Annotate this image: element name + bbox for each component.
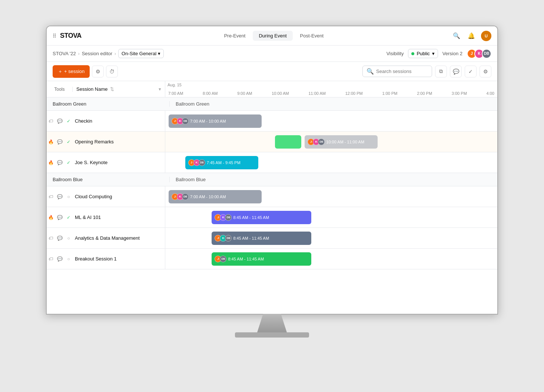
session-timeline-checkin: J K DB 7:00 AM - 10:00 AM: [165, 111, 497, 131]
block-avatar-or-db: DB: [318, 139, 325, 145]
search-sessions-input[interactable]: [376, 69, 428, 74]
section-label-ballroom-blue-right: Ballroom Blue: [170, 177, 206, 182]
row-tools-cloud: 🏷 💬 ○: [47, 193, 73, 200]
chat-icon-keynote[interactable]: 💬: [56, 159, 63, 166]
session-block-keynote[interactable]: J K DB 7:45 AM - 9:45 PM: [185, 156, 258, 169]
filter-button[interactable]: ⚙: [92, 66, 104, 77]
breadcrumb-session-editor[interactable]: Session editor: [82, 51, 112, 56]
copy-button[interactable]: ⧉: [435, 66, 447, 77]
breadcrumb-home[interactable]: STOVA '22: [53, 51, 76, 56]
session-block-cloud[interactable]: J K DB 7:00 AM - 10:00 AM: [169, 190, 262, 203]
session-row-left-opening-remarks: 🔥 💬 ✓ Opening Remarks: [47, 132, 165, 152]
flag-icon-cloud[interactable]: 🏷: [47, 193, 54, 200]
breadcrumb-sep-2: ›: [115, 51, 116, 56]
settings-button[interactable]: ⚙: [480, 66, 491, 77]
date-label: Aug. 15: [167, 83, 182, 87]
session-row-cloud-computing: 🏷 💬 ○ Cloud Computing: [47, 186, 497, 207]
block-time-analytics: 8:45 AM - 11:45 AM: [233, 236, 269, 240]
section-label-ballroom-blue: Ballroom Blue: [51, 177, 170, 182]
row-tools-breakout: 🏷 💬 ○: [47, 255, 73, 263]
session-row-left-analytics: 🏷 💬 ○ Analytics & Data Management: [47, 228, 165, 248]
time-10am: 10:00 AM: [272, 91, 289, 96]
timeline-keynote: J K DB 7:45 AM - 9:45 PM: [165, 152, 497, 173]
session-block-ml[interactable]: J K DB 8:45 AM - 11:45 AM: [212, 211, 311, 224]
user-avatar[interactable]: U: [481, 31, 491, 41]
chat-icon-breakout[interactable]: 💬: [56, 255, 63, 263]
session-row-breakout: 🏷 💬 ○ Breakout Session 1: [47, 249, 497, 269]
time-2pm: 2:00 PM: [417, 91, 432, 96]
session-block-checkin[interactable]: J K DB 7:00 AM - 10:00 AM: [169, 114, 262, 128]
search-sessions-box[interactable]: 🔍: [362, 66, 432, 77]
tab-pre-event[interactable]: Pre-Event: [218, 31, 252, 41]
location-dropdown[interactable]: On-Site General ▾: [118, 49, 164, 58]
session-name-column-header[interactable]: Session Name ⇅ ▾: [73, 86, 165, 92]
search-icon-btn[interactable]: 🔍: [451, 31, 462, 41]
toolbar-right: 🔍 ⧉ 💬 ✓ ⚙: [362, 66, 491, 77]
timeline-ml: J K DB 8:45 AM - 11:45 AM: [165, 207, 497, 227]
row-tools-analytics: 🏷 💬 ○: [47, 235, 73, 242]
visibility-label: Visibility: [387, 51, 404, 56]
time-8am: 8:00 AM: [203, 91, 218, 96]
session-row-opening-remarks: 🔥 💬 ✓ Opening Remarks: [47, 132, 497, 152]
chat-icon-opening-remarks[interactable]: 💬: [56, 138, 63, 146]
session-block-green-box[interactable]: [275, 135, 302, 149]
grid-timeline-header: Aug. 15 7:00 AM 8:00 AM 9:00 AM 10:00 AM…: [165, 81, 497, 97]
sort-icon: ⇅: [110, 86, 114, 92]
chevron-down-icon: ▾: [158, 51, 160, 56]
check-icon-analytics[interactable]: ○: [65, 235, 72, 242]
chat-icon-cloud[interactable]: 💬: [56, 193, 63, 200]
block-avatar-an-db: DB: [225, 235, 232, 242]
timeline-cloud: J K DB 7:00 AM - 10:00 AM: [165, 186, 497, 207]
session-block-breakout[interactable]: J DB 8:45 AM - 11:45 AM: [212, 252, 311, 266]
chat-icon-ml[interactable]: 💬: [56, 214, 63, 221]
session-row-left-keynote: 🔥 💬 ✓ Joe S. Keynote: [47, 152, 165, 173]
timeline-analytics: J K DB 8:45 AM - 11:45 AM: [165, 228, 497, 248]
breadcrumb-bar: STOVA '22 › Session editor › On-Site Gen…: [47, 46, 497, 62]
flag-icon-ml[interactable]: 🔥: [47, 214, 54, 221]
visibility-dropdown[interactable]: Public ▾: [408, 49, 438, 58]
avatar-3: DB: [482, 49, 491, 59]
main-content: Tools Session Name ⇅ ▾ Aug. 15 7: [47, 81, 497, 314]
chat-icon-analytics[interactable]: 💬: [56, 235, 63, 242]
session-timeline-cloud: J K DB 7:00 AM - 10:00 AM: [165, 186, 497, 207]
session-row-keynote: 🔥 💬 ✓ Joe S. Keynote: [47, 152, 497, 173]
check-icon-breakout[interactable]: ○: [65, 255, 72, 263]
check-icon-ml[interactable]: ✓: [65, 214, 72, 221]
block-time-ml: 8:45 AM - 11:45 AM: [233, 215, 269, 220]
session-block-opening-remarks[interactable]: J K DB 10:00 AM - 11:00 AM: [305, 135, 378, 149]
session-block-analytics[interactable]: J K DB 8:45 AM - 11:45 AM: [212, 232, 311, 245]
session-row-analytics: 🏷 💬 ○ Analytics & Data Management: [47, 228, 497, 249]
block-avatar-br-db: DB: [220, 256, 226, 262]
grid-body: Ballroom Green Ballroom Green 🏷 💬 ✓: [47, 97, 497, 314]
check-icon-checkin[interactable]: ✓: [65, 117, 72, 125]
filter-icon[interactable]: ▾: [159, 86, 161, 92]
flag-icon-keynote[interactable]: 🔥: [47, 159, 54, 166]
flag-icon-breakout[interactable]: 🏷: [47, 255, 54, 263]
session-row-left-ml: 🔥 💬 ✓ ML & AI 101: [47, 207, 165, 227]
logo: STOVA: [60, 32, 82, 40]
flag-icon-checkin[interactable]: 🏷: [47, 117, 54, 125]
session-timeline-ml: J K DB 8:45 AM - 11:45 AM: [165, 207, 497, 227]
row-tools-checkin: 🏷 💬 ✓: [47, 117, 73, 125]
check-icon-cloud[interactable]: ○: [65, 193, 72, 200]
version-label: Version 2: [442, 51, 462, 56]
check-icon-opening-remarks[interactable]: ✓: [65, 138, 72, 146]
flag-icon-opening-remarks[interactable]: 🔥: [47, 138, 54, 146]
block-time-cloud: 7:00 AM - 10:00 AM: [190, 195, 226, 199]
check-icon-keynote[interactable]: ✓: [65, 159, 72, 166]
session-timeline-analytics: J K DB 8:45 AM - 11:45 AM: [165, 228, 497, 248]
chevron-down-icon-vis: ▾: [432, 51, 435, 56]
history-button[interactable]: ⏱: [106, 66, 118, 77]
comment-button[interactable]: 💬: [450, 66, 462, 77]
tab-post-event[interactable]: Post-Event: [294, 31, 330, 41]
check-button[interactable]: ✓: [465, 66, 477, 77]
tools-column-header: Tools: [47, 87, 73, 92]
row-tools-keynote: 🔥 💬 ✓: [47, 159, 73, 166]
bell-icon-btn[interactable]: 🔔: [466, 31, 477, 41]
flag-icon-analytics[interactable]: 🏷: [47, 235, 54, 242]
chat-icon-checkin[interactable]: 💬: [56, 117, 63, 125]
row-tools-opening-remarks: 🔥 💬 ✓: [47, 138, 73, 146]
add-session-button[interactable]: ＋ + session: [53, 65, 90, 78]
tab-during-event[interactable]: During Event: [253, 31, 292, 41]
public-status-dot: [411, 52, 414, 55]
